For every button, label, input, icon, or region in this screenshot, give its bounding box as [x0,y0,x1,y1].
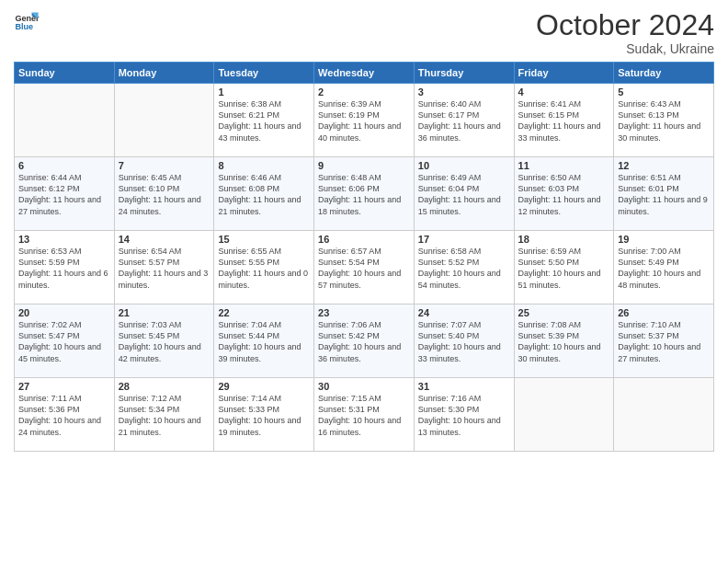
calendar-cell: 12Sunrise: 6:51 AM Sunset: 6:01 PM Dayli… [614,157,714,231]
weekday-header-friday: Friday [514,63,614,84]
day-info: Sunrise: 6:39 AM Sunset: 6:19 PM Dayligh… [318,98,410,144]
logo-icon: General Blue [14,9,40,35]
calendar-cell: 25Sunrise: 7:08 AM Sunset: 5:39 PM Dayli… [514,304,614,378]
calendar-cell: 10Sunrise: 6:49 AM Sunset: 6:04 PM Dayli… [414,157,514,231]
day-number: 22 [218,307,310,318]
calendar-cell: 30Sunrise: 7:15 AM Sunset: 5:31 PM Dayli… [314,378,415,452]
calendar-cell: 28Sunrise: 7:12 AM Sunset: 5:34 PM Dayli… [114,378,214,452]
day-info: Sunrise: 6:57 AM Sunset: 5:54 PM Dayligh… [318,246,410,291]
day-number: 9 [318,160,410,171]
day-number: 18 [518,234,610,245]
week-row-4: 20Sunrise: 7:02 AM Sunset: 5:47 PM Dayli… [15,304,714,378]
day-info: Sunrise: 6:51 AM Sunset: 6:01 PM Dayligh… [618,172,710,217]
week-row-3: 13Sunrise: 6:53 AM Sunset: 5:59 PM Dayli… [15,231,714,304]
day-info: Sunrise: 6:55 AM Sunset: 5:55 PM Dayligh… [218,246,310,291]
day-number: 5 [618,86,710,98]
day-number: 23 [318,307,410,318]
day-number: 8 [218,160,310,171]
day-info: Sunrise: 7:03 AM Sunset: 5:45 PM Dayligh… [119,319,210,364]
day-number: 15 [218,234,310,245]
calendar-cell: 3Sunrise: 6:40 AM Sunset: 6:17 PM Daylig… [414,84,514,157]
day-number: 25 [518,307,610,318]
calendar-cell [614,378,714,452]
day-number: 6 [18,160,110,171]
calendar-cell: 4Sunrise: 6:41 AM Sunset: 6:15 PM Daylig… [514,84,614,157]
day-info: Sunrise: 7:07 AM Sunset: 5:40 PM Dayligh… [418,319,510,364]
title-block: October 2024 Sudak, Ukraine [536,9,714,56]
day-number: 29 [218,381,310,392]
day-info: Sunrise: 7:04 AM Sunset: 5:44 PM Dayligh… [218,319,310,364]
calendar-cell: 27Sunrise: 7:11 AM Sunset: 5:36 PM Dayli… [15,378,115,452]
day-number: 28 [119,381,210,392]
day-number: 21 [119,307,210,318]
weekday-header-monday: Monday [114,63,214,84]
weekday-header-row: SundayMondayTuesdayWednesdayThursdayFrid… [15,63,714,84]
header: General Blue October 2024 Sudak, Ukraine [14,9,714,56]
day-number: 20 [18,307,110,318]
month-year-title: October 2024 [536,9,714,41]
day-info: Sunrise: 7:14 AM Sunset: 5:33 PM Dayligh… [218,393,310,438]
day-info: Sunrise: 6:49 AM Sunset: 6:04 PM Dayligh… [418,172,510,217]
day-number: 7 [119,160,210,171]
day-info: Sunrise: 7:08 AM Sunset: 5:39 PM Dayligh… [518,319,610,364]
day-info: Sunrise: 6:45 AM Sunset: 6:10 PM Dayligh… [119,172,210,217]
main-container: General Blue October 2024 Sudak, Ukraine… [0,0,728,456]
day-info: Sunrise: 7:11 AM Sunset: 5:36 PM Dayligh… [18,393,110,438]
day-info: Sunrise: 6:50 AM Sunset: 6:03 PM Dayligh… [518,172,610,217]
day-number: 2 [318,86,410,98]
calendar-cell: 7Sunrise: 6:45 AM Sunset: 6:10 PM Daylig… [114,157,214,231]
day-number: 17 [418,234,510,245]
day-info: Sunrise: 7:16 AM Sunset: 5:30 PM Dayligh… [418,393,510,438]
calendar-cell: 16Sunrise: 6:57 AM Sunset: 5:54 PM Dayli… [314,231,415,304]
day-number: 11 [518,160,610,171]
weekday-header-thursday: Thursday [414,63,514,84]
weekday-header-saturday: Saturday [614,63,714,84]
calendar-cell: 17Sunrise: 6:58 AM Sunset: 5:52 PM Dayli… [414,231,514,304]
calendar-cell: 5Sunrise: 6:43 AM Sunset: 6:13 PM Daylig… [614,84,714,157]
calendar-cell: 19Sunrise: 7:00 AM Sunset: 5:49 PM Dayli… [614,231,714,304]
calendar-cell: 21Sunrise: 7:03 AM Sunset: 5:45 PM Dayli… [114,304,214,378]
day-info: Sunrise: 6:58 AM Sunset: 5:52 PM Dayligh… [418,246,510,291]
calendar-cell: 18Sunrise: 6:59 AM Sunset: 5:50 PM Dayli… [514,231,614,304]
day-info: Sunrise: 7:10 AM Sunset: 5:37 PM Dayligh… [618,319,710,364]
day-info: Sunrise: 6:59 AM Sunset: 5:50 PM Dayligh… [518,246,610,291]
week-row-1: 1Sunrise: 6:38 AM Sunset: 6:21 PM Daylig… [15,84,714,157]
day-info: Sunrise: 7:06 AM Sunset: 5:42 PM Dayligh… [318,319,410,364]
day-info: Sunrise: 6:46 AM Sunset: 6:08 PM Dayligh… [218,172,310,217]
day-number: 26 [618,307,710,318]
week-row-5: 27Sunrise: 7:11 AM Sunset: 5:36 PM Dayli… [15,378,714,452]
calendar-cell: 2Sunrise: 6:39 AM Sunset: 6:19 PM Daylig… [314,84,415,157]
calendar-cell: 24Sunrise: 7:07 AM Sunset: 5:40 PM Dayli… [414,304,514,378]
day-info: Sunrise: 6:53 AM Sunset: 5:59 PM Dayligh… [18,246,110,291]
calendar-cell: 9Sunrise: 6:48 AM Sunset: 6:06 PM Daylig… [314,157,415,231]
calendar-cell [114,84,214,157]
location-subtitle: Sudak, Ukraine [536,41,714,56]
day-number: 16 [318,234,410,245]
day-number: 3 [418,86,510,98]
weekday-header-sunday: Sunday [15,63,115,84]
calendar-cell: 11Sunrise: 6:50 AM Sunset: 6:03 PM Dayli… [514,157,614,231]
calendar-cell: 13Sunrise: 6:53 AM Sunset: 5:59 PM Dayli… [15,231,115,304]
calendar-cell: 1Sunrise: 6:38 AM Sunset: 6:21 PM Daylig… [214,84,314,157]
day-info: Sunrise: 7:00 AM Sunset: 5:49 PM Dayligh… [618,246,710,291]
calendar-cell [514,378,614,452]
calendar-cell: 22Sunrise: 7:04 AM Sunset: 5:44 PM Dayli… [214,304,314,378]
day-number: 14 [119,234,210,245]
calendar-cell: 20Sunrise: 7:02 AM Sunset: 5:47 PM Dayli… [15,304,115,378]
weekday-header-wednesday: Wednesday [314,63,415,84]
calendar-cell: 6Sunrise: 6:44 AM Sunset: 6:12 PM Daylig… [15,157,115,231]
day-number: 13 [18,234,110,245]
day-number: 4 [518,86,610,98]
calendar-cell: 31Sunrise: 7:16 AM Sunset: 5:30 PM Dayli… [414,378,514,452]
day-info: Sunrise: 6:38 AM Sunset: 6:21 PM Dayligh… [218,98,310,144]
day-info: Sunrise: 7:02 AM Sunset: 5:47 PM Dayligh… [18,319,110,364]
calendar-cell: 14Sunrise: 6:54 AM Sunset: 5:57 PM Dayli… [114,231,214,304]
day-info: Sunrise: 7:15 AM Sunset: 5:31 PM Dayligh… [318,393,410,438]
day-info: Sunrise: 6:48 AM Sunset: 6:06 PM Dayligh… [318,172,410,217]
day-info: Sunrise: 6:41 AM Sunset: 6:15 PM Dayligh… [518,98,610,144]
day-info: Sunrise: 7:12 AM Sunset: 5:34 PM Dayligh… [119,393,210,438]
week-row-2: 6Sunrise: 6:44 AM Sunset: 6:12 PM Daylig… [15,157,714,231]
logo: General Blue [14,9,40,35]
day-info: Sunrise: 6:40 AM Sunset: 6:17 PM Dayligh… [418,98,510,144]
day-number: 19 [618,234,710,245]
